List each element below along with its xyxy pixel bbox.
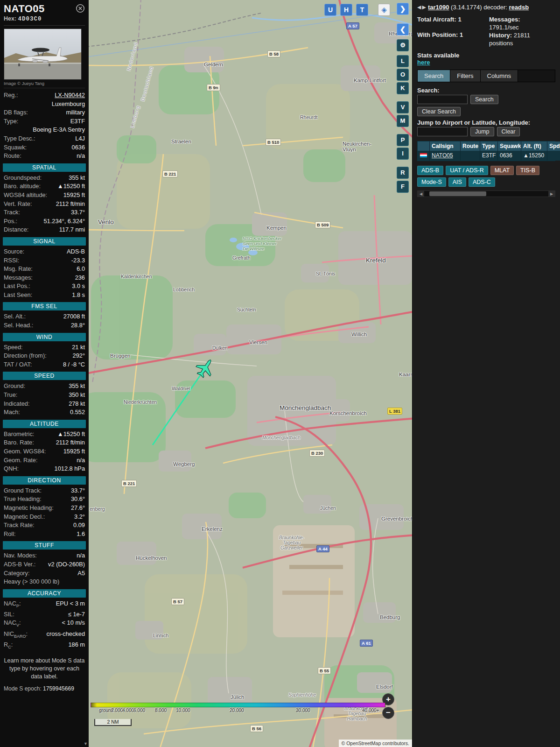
map-button-l[interactable]: L [397, 55, 409, 67]
filter-ads-c[interactable]: ADS-C [469, 177, 495, 187]
horizontal-scrollbar[interactable]: ◀ ▶ [417, 190, 555, 197]
table-row[interactable]: NATO05E3TF0636▲15250 [418, 151, 555, 161]
tar1090-link[interactable]: tar1090 [428, 4, 449, 11]
map-button-k[interactable]: K [397, 82, 409, 94]
info-row: Type:E3TF [4, 117, 85, 126]
sidebar-collapse-button[interactable]: ❮ [397, 23, 409, 35]
detail-value: 21 kt [23, 343, 85, 352]
panel-shrink-icon[interactable]: ◀ [417, 4, 421, 10]
filter-tis-b[interactable]: TIS-B [516, 166, 539, 175]
section-header: SIGNAL [3, 237, 86, 246]
map-button-m[interactable]: M [397, 115, 409, 127]
map-label: Dülken [212, 345, 228, 351]
search-button[interactable]: Search [470, 95, 498, 104]
scrollbar-track[interactable] [424, 191, 548, 197]
callsign-link[interactable]: NATO05 [432, 152, 453, 159]
map-button-u[interactable]: U [324, 4, 336, 16]
detail-label: True: [4, 391, 17, 400]
detail-value: 8 / -8 °C [32, 360, 85, 369]
info-row: Squawk:0636 [4, 143, 85, 152]
detail-label: Source: [4, 247, 24, 256]
readsb-link[interactable]: readsb [509, 4, 529, 11]
jump-input[interactable] [417, 127, 468, 136]
map-button-t[interactable]: T [356, 4, 368, 16]
filter-ads-b[interactable]: ADS-B [417, 166, 443, 175]
map-button-h[interactable]: H [340, 4, 352, 16]
table-header-row: CallsignRouteTypeSquawkAlt. (ft)Spd [418, 141, 555, 151]
tab-columns[interactable]: Columns [481, 70, 518, 82]
detail-row: Ground Track:33.7° [4, 486, 85, 495]
mode-s-note: Learn more about Mode S data type by hov… [4, 657, 85, 681]
detail-label: Vert. Rate: [4, 200, 32, 209]
scroll-down-icon[interactable]: ▼ [84, 741, 88, 746]
flag-luxembourg-icon [420, 153, 427, 158]
detail-row: Last Pos.:3.0 s [4, 282, 85, 291]
map-button-r[interactable]: R [397, 167, 409, 179]
road-shield: B 55 [318, 667, 331, 674]
layers-button[interactable]: ◈ [378, 4, 390, 16]
detail-label: Magnetic Decl.: [4, 513, 45, 521]
filter-mlat[interactable]: MLAT [490, 166, 514, 175]
scroll-left-icon[interactable]: ◀ [418, 191, 424, 197]
app-title: tar1090 (3.14.1774) decoder: readsb [428, 4, 529, 11]
tab-search[interactable]: Search [418, 70, 450, 82]
detail-label: QNH: [4, 465, 19, 473]
detail-value [59, 578, 85, 586]
map-label: Hückelhoven [136, 555, 167, 561]
table-header-cell[interactable]: Squawk [498, 141, 521, 151]
stats-here-link[interactable]: here [417, 59, 430, 66]
road-shield: B 9n [207, 84, 220, 91]
legend-label: 20.000 [230, 708, 244, 713]
table-header-cell[interactable]: Type [480, 141, 498, 151]
clear-search-button[interactable]: Clear Search [417, 107, 461, 116]
info-value[interactable]: LX-N90442 [18, 91, 85, 100]
aircraft-photo[interactable] [4, 28, 82, 80]
detail-row: Ground:355 kt [4, 382, 85, 391]
detail-label: RC: [4, 641, 13, 651]
scroll-right-icon[interactable]: ▶ [548, 191, 555, 197]
callsign-cell[interactable]: NATO05 [430, 151, 461, 161]
detail-value: 15925 ft [47, 191, 85, 200]
map-label: Linnich [153, 633, 168, 638]
close-icon[interactable] [76, 4, 85, 13]
map-attribution[interactable]: © OpenStreetMap contributors. [339, 740, 412, 747]
detail-row: Geom. Rate:n/a [4, 456, 85, 465]
table-header-cell[interactable]: Route [461, 141, 480, 151]
map-button-p[interactable]: P [397, 134, 409, 146]
panel-grow-icon[interactable]: ▶ [422, 4, 426, 10]
speed-cell [547, 151, 560, 161]
detail-label: Baro. altitude: [4, 182, 41, 191]
map-label: Niederkrüchten [124, 399, 157, 405]
search-input[interactable] [417, 95, 468, 104]
filter-mode-s[interactable]: Mode-S [417, 177, 446, 187]
table-header-cell[interactable] [418, 141, 430, 151]
table-header-cell[interactable]: Alt. (ft) [521, 141, 547, 151]
map-label: Grefrath [232, 255, 251, 261]
filter-ais[interactable]: AIS [448, 177, 466, 187]
altitude-gradient-bar [91, 703, 385, 707]
map-button-o[interactable]: O [397, 69, 409, 81]
settings-button[interactable]: ⚙ [397, 39, 409, 51]
detail-label: Sel. Head.: [4, 321, 33, 330]
map-button-v[interactable]: V [397, 101, 409, 113]
map-button-f[interactable]: F [397, 181, 409, 193]
table-header-cell[interactable]: Callsign [430, 141, 461, 151]
clear-jump-button[interactable]: Clear [497, 127, 520, 136]
tab-filters[interactable]: Filters [450, 70, 480, 82]
map[interactable]: RheinbergGeldernKamp-LintfortRheurdtStra… [89, 0, 412, 747]
detail-row: Mach:0.552 [4, 408, 85, 417]
detail-label: TAT / OAT: [4, 360, 32, 369]
detail-value: v2 (DO-260B) [35, 560, 85, 569]
road-shield: B 230 [309, 450, 325, 457]
detail-value: 0.552 [20, 408, 85, 417]
sidebar-expand-button[interactable]: ❯ [397, 3, 409, 15]
map-button-i[interactable]: I [397, 148, 409, 160]
detail-label: Indicated: [4, 400, 30, 409]
jump-button[interactable]: Jump [470, 127, 494, 136]
table-header-cell[interactable]: Spd [547, 141, 560, 151]
version-label: (3.14.1774) [451, 4, 482, 11]
aircraft-marker [193, 355, 217, 380]
scrollbar-thumb[interactable] [429, 191, 486, 196]
detail-row: Magnetic Heading:27.6° [4, 504, 85, 513]
filter-uat-ads-r[interactable]: UAT / ADS-R [446, 166, 488, 175]
